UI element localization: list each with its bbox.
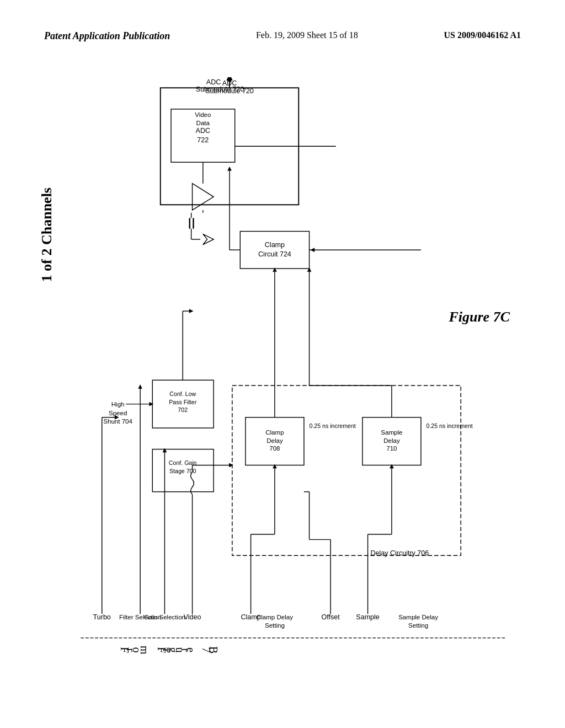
svg-marker-69 bbox=[138, 384, 142, 389]
svg-marker-105 bbox=[310, 248, 315, 252]
svg-text:Video: Video bbox=[184, 613, 201, 621]
svg-marker-92 bbox=[273, 267, 277, 272]
bottom-char-m: m bbox=[138, 646, 151, 655]
bottom-char-B: B bbox=[207, 646, 220, 654]
bottom-label: F r o m F i g u r e 7 B bbox=[121, 644, 217, 656]
svg-text:Gain Selection: Gain Selection bbox=[144, 614, 185, 620]
svg-marker-82 bbox=[273, 464, 277, 469]
svg-text:Delay: Delay bbox=[266, 437, 283, 444]
svg-text:Setting: Setting bbox=[265, 622, 285, 629]
publication-title: Patent Application Publication bbox=[44, 30, 170, 42]
svg-text:Clamp: Clamp bbox=[265, 241, 285, 249]
svg-text:Data: Data bbox=[196, 120, 210, 126]
svg-marker-31 bbox=[227, 167, 232, 171]
svg-text:Clamp Delay: Clamp Delay bbox=[257, 614, 293, 620]
svg-text:Sample: Sample bbox=[381, 429, 402, 436]
svg-marker-62 bbox=[149, 402, 153, 406]
svg-text:High: High bbox=[111, 401, 125, 408]
svg-text:Submodule 720: Submodule 720 bbox=[205, 87, 254, 95]
header: Patent Application Publication Feb. 19, … bbox=[0, 30, 565, 42]
svg-rect-42 bbox=[232, 386, 461, 555]
svg-text:Circuit 724: Circuit 724 bbox=[258, 250, 291, 258]
patent-number: US 2009/0046162 A1 bbox=[444, 30, 521, 40]
svg-marker-103 bbox=[307, 267, 312, 272]
svg-text:Turbo: Turbo bbox=[93, 613, 111, 621]
svg-text:Sample Delay: Sample Delay bbox=[398, 614, 438, 620]
svg-text:Delay Circuitry 706: Delay Circuitry 706 bbox=[370, 549, 429, 557]
sheet-info: Feb. 19, 2009 Sheet 15 of 18 bbox=[256, 30, 358, 40]
svg-text:ADC: ADC bbox=[196, 127, 210, 135]
svg-text:710: 710 bbox=[386, 445, 397, 452]
svg-text:Delay: Delay bbox=[383, 437, 400, 444]
svg-marker-60 bbox=[189, 309, 194, 313]
svg-text:Conf. Low: Conf. Low bbox=[169, 390, 196, 397]
svg-text:Sample: Sample bbox=[356, 613, 379, 621]
svg-text:Shunt 704: Shunt 704 bbox=[103, 418, 132, 425]
svg-text:Offset: Offset bbox=[322, 613, 340, 621]
svg-marker-25 bbox=[203, 234, 214, 244]
svg-marker-72 bbox=[163, 448, 167, 453]
svg-text:722: 722 bbox=[197, 136, 209, 144]
svg-marker-77 bbox=[229, 463, 233, 468]
svg-text:Video: Video bbox=[195, 111, 211, 118]
svg-text:Setting: Setting bbox=[408, 622, 428, 629]
page: Patent Application Publication Feb. 19, … bbox=[0, 0, 565, 728]
svg-text:702: 702 bbox=[178, 406, 188, 413]
diagram-area: 1 of 2 Channels Figure 7C ADC Submodule … bbox=[33, 77, 543, 662]
svg-text:Clamp: Clamp bbox=[265, 429, 284, 436]
svg-text:Speed: Speed bbox=[109, 410, 127, 416]
svg-text:Pass Filter: Pass Filter bbox=[169, 399, 197, 405]
svg-text:0.25 ns increment: 0.25 ns increment bbox=[427, 422, 473, 429]
bottom-char-e: e bbox=[184, 647, 197, 652]
circuit-diagram: ADC Submodule 720 ADC Submodule 720 ADC … bbox=[33, 77, 543, 662]
svg-text:708: 708 bbox=[269, 445, 280, 452]
svg-marker-20 bbox=[193, 184, 214, 210]
svg-text:0.25 ns increment: 0.25 ns increment bbox=[310, 422, 356, 429]
svg-marker-97 bbox=[390, 464, 394, 469]
